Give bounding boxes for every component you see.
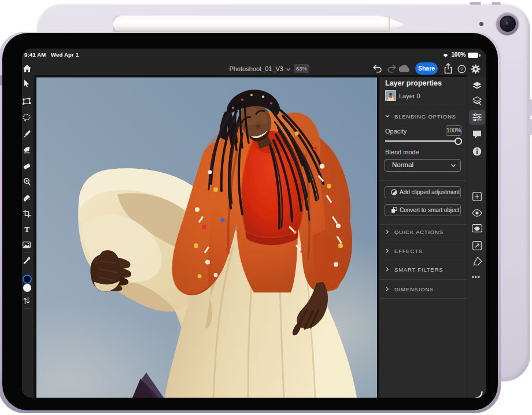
svg-text:?: ? [460,66,463,72]
